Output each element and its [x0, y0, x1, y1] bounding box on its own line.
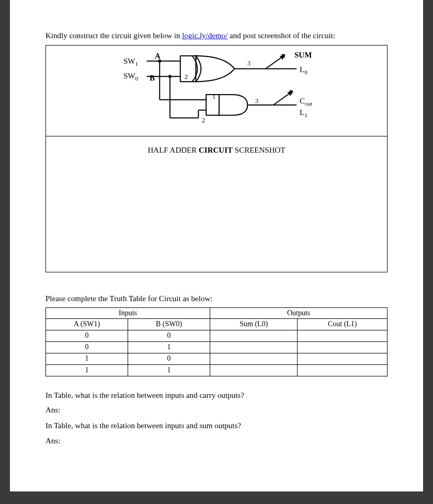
intro-suffix: and post screenshot of the circuit:: [227, 31, 335, 40]
wire-b-label: B: [150, 73, 155, 83]
truth-table-intro: Please complete the Truth Table for Circ…: [45, 293, 388, 304]
col-b: B (SW0): [128, 319, 210, 330]
cout-probe-icon: [274, 90, 293, 105]
xor-pin2: 2: [185, 73, 188, 81]
inputs-header: Inputs: [46, 307, 210, 319]
sw0-label: SW0: [123, 71, 138, 83]
screenshot-placeholder: HALF ADDER CIRCUIT SCREENSHOT: [45, 136, 388, 272]
col-sum: Sum (L0): [210, 319, 298, 330]
table-row: 0 1: [46, 342, 388, 353]
xor-pin1: 1: [195, 53, 198, 61]
table-row: A (SW1) B (SW0) Sum (L0) Cout (L1): [46, 319, 388, 330]
intro-line: Kindly construct the circuit given below…: [45, 30, 388, 41]
and-pin2: 2: [202, 116, 205, 124]
question-2: In Table, what is the relation between i…: [45, 420, 388, 431]
intro-prefix: Kindly construct the circuit given below…: [45, 31, 182, 40]
and-pin3: 3: [255, 97, 258, 105]
table-row: 1 1: [46, 364, 388, 376]
l1-label: L1: [300, 107, 307, 119]
demo-link[interactable]: logic.ly/demo/: [182, 31, 227, 40]
sum-label: SUM: [294, 50, 312, 60]
circuit-svg: [46, 45, 387, 136]
col-a: A (SW1): [46, 319, 128, 330]
l0-label: L0: [300, 64, 307, 76]
svg-rect-8: [180, 56, 196, 82]
question-1: In Table, what is the relation between i…: [45, 390, 388, 400]
col-cout: Cout (L1): [298, 319, 388, 330]
cout-label: Cout: [300, 96, 312, 108]
table-row: 0 0: [46, 330, 388, 342]
svg-line-20: [274, 92, 292, 105]
and-pin1: 1: [212, 93, 215, 101]
answer-2-label: Ans:: [45, 436, 388, 446]
document-page: Kindly construct the circuit given below…: [10, 0, 423, 491]
screenshot-caption: HALF ADDER CIRCUIT SCREENSHOT: [46, 136, 387, 155]
outputs-header: Outputs: [210, 307, 388, 319]
xor-pin3: 3: [247, 59, 250, 67]
circuit-diagram: SW1 SW0 A B 1 2 3 1 2 3 SUM L0 Cout L1: [45, 45, 388, 136]
sw1-label: SW1: [123, 56, 138, 68]
svg-line-10: [266, 56, 284, 69]
svg-point-5: [168, 75, 172, 78]
answer-1-label: Ans:: [45, 405, 388, 415]
table-row: Inputs Outputs: [46, 307, 388, 319]
wire-a-label: A: [155, 51, 161, 61]
sum-probe-icon: [266, 54, 286, 69]
truth-table: Inputs Outputs A (SW1) B (SW0) Sum (L0) …: [45, 307, 388, 376]
table-row: 1 0: [46, 353, 388, 365]
